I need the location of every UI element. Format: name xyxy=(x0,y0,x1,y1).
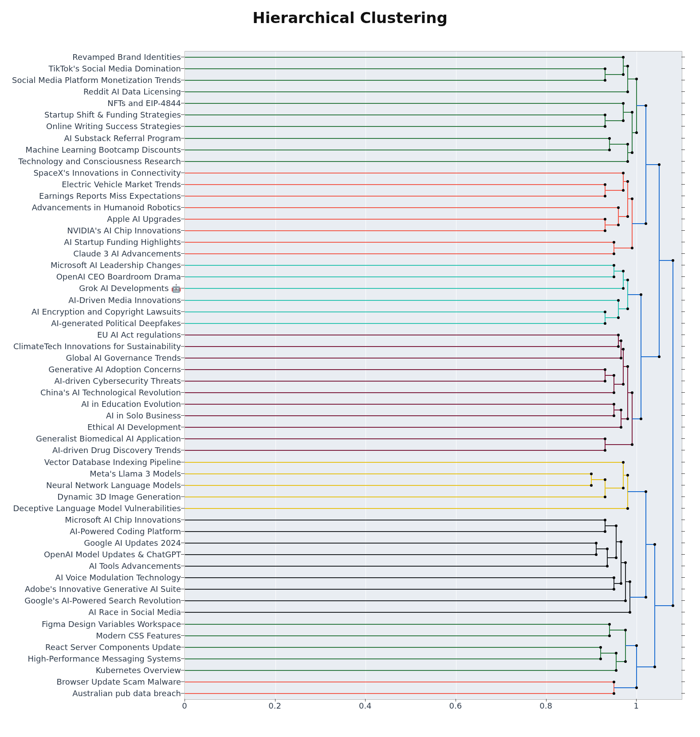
leaf-label: Microsoft AI Leadership Changes xyxy=(51,260,181,270)
leaf-label: Google AI Updates 2024 xyxy=(84,538,181,548)
x-tick-label: 0.4 xyxy=(359,701,372,710)
leaf-label: Kubernetes Overview xyxy=(96,665,181,674)
leaf-label: AI Voice Modulation Technology xyxy=(55,573,181,582)
leaf-label: Apple AI Upgrades xyxy=(107,214,181,224)
leaf-label: Social Media Platform Monetization Trend… xyxy=(12,75,181,85)
x-tick-label: 1 xyxy=(633,701,638,710)
leaf-label: Neural Network Language Models xyxy=(46,480,181,489)
leaf-label: ClimateTech Innovations for Sustainabili… xyxy=(13,341,181,351)
leaf-label: Dynamic 3D Image Generation xyxy=(57,492,181,501)
leaf-label: TikTok's Social Media Domination xyxy=(49,64,181,73)
x-tick-label: 0.6 xyxy=(449,701,462,710)
leaf-label: Electric Vehicle Market Trends xyxy=(62,179,181,189)
leaf-label: OpenAI Model Updates & ChatGPT xyxy=(44,550,181,559)
leaf-label: AI-driven Drug Discovery Trends xyxy=(52,445,181,455)
leaf-label: Modern CSS Features xyxy=(96,631,181,640)
leaf-label: Figma Design Variables Workspace xyxy=(42,619,181,628)
leaf-label: Startup Shift & Funding Strategies xyxy=(44,110,181,119)
leaf-label: AI in Education Evolution xyxy=(81,399,181,409)
leaf-label: AI Race in Social Media xyxy=(89,607,181,617)
leaf-label: AI-Driven Media Innovations xyxy=(68,295,181,304)
leaf-label: Earnings Reports Miss Expectations xyxy=(39,191,181,200)
x-tick-label: 0 xyxy=(182,701,187,710)
leaf-label: Ethical AI Development xyxy=(87,422,181,432)
leaf-label: High-Performance Messaging Systems xyxy=(28,654,181,663)
x-tick-label: 0.2 xyxy=(268,701,281,710)
leaf-label: Revamped Brand Identities xyxy=(72,52,181,62)
leaf-label: Technology and Consciousness Research xyxy=(18,156,181,166)
leaf-label: Browser Update Scam Malware xyxy=(56,677,181,686)
leaf-label: AI Substack Referral Program xyxy=(64,133,181,142)
leaf-label: Grok AI Developments 🤖 xyxy=(79,284,181,293)
leaf-label: AI-driven Cybersecurity Threats xyxy=(55,376,181,386)
leaf-label: AI Tools Advancements xyxy=(89,561,181,571)
leaf-label: Deceptive Language Model Vulnerabilities xyxy=(13,503,181,512)
leaf-label: Machine Learning Bootcamp Discounts xyxy=(26,145,181,154)
leaf-label: Google's AI-Powered Search Revolution xyxy=(24,596,181,605)
leaf-label: Advancements in Humanoid Robotics xyxy=(32,202,181,212)
leaf-label: Vector Database Indexing Pipeline xyxy=(44,457,181,466)
leaf-label: OpenAI CEO Boardroom Drama xyxy=(56,272,181,281)
leaf-label: Australian pub data breach xyxy=(72,688,181,698)
leaf-label: Generalist Biomedical AI Application xyxy=(36,434,181,443)
dendrogram-plot xyxy=(185,51,682,700)
leaf-label: Global AI Governance Trends xyxy=(66,353,181,362)
leaf-label: AI Startup Funding Highlights xyxy=(64,237,181,247)
leaf-label: NVIDIA's AI Chip Innovations xyxy=(67,226,181,235)
leaf-label: AI Encryption and Copyright Lawsuits xyxy=(31,307,181,316)
leaf-label: EU AI Act regulations xyxy=(97,330,181,339)
leaf-label: NFTs and EIP-4844 xyxy=(107,99,181,108)
leaf-label: China's AI Technological Revolution xyxy=(40,388,181,397)
x-tick-label: 0.8 xyxy=(539,701,552,710)
leaf-label: Claude 3 AI Advancements xyxy=(73,249,181,258)
leaf-label: Microsoft AI Chip Innovations xyxy=(65,515,181,524)
leaf-label: AI-Powered Coding Platform xyxy=(70,526,181,536)
chart-title: Hierarchical Clustering xyxy=(0,9,700,27)
leaf-label: AI-generated Political Deepfakes xyxy=(51,318,181,327)
leaf-label: SpaceX's Innovations in Connectivity xyxy=(33,168,181,177)
chart-container: Hierarchical Clustering 00.20.40.60.81Re… xyxy=(0,0,700,737)
leaf-label: Meta's Llama 3 Models xyxy=(90,469,181,478)
leaf-label: Adobe's Innovative Generative AI Suite xyxy=(25,584,181,594)
leaf-label: AI in Solo Business xyxy=(106,411,181,420)
leaf-label: Generative AI Adoption Concerns xyxy=(48,364,181,374)
leaf-label: Reddit AI Data Licensing xyxy=(83,87,181,96)
leaf-label: Online Writing Success Strategies xyxy=(46,122,181,131)
leaf-label: React Server Components Update xyxy=(45,642,181,651)
